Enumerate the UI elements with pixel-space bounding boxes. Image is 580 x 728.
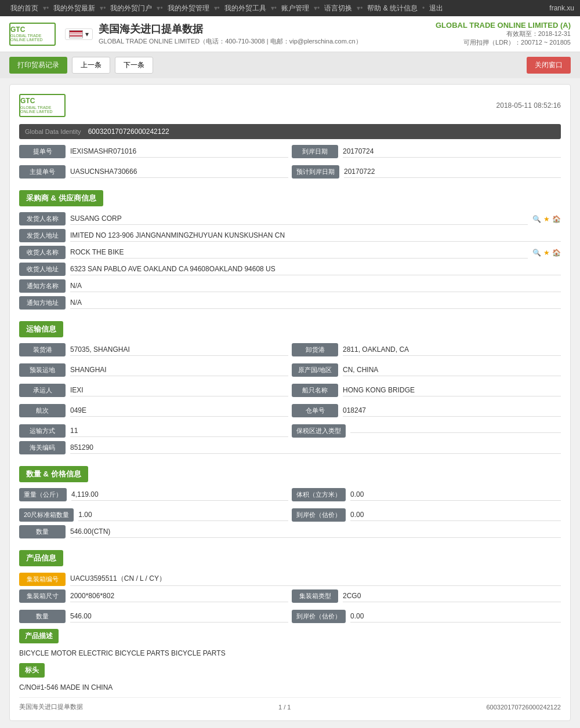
arrival-price2-value: 0.00: [350, 610, 561, 623]
weight-label: 重量（公斤）: [19, 488, 67, 501]
arrival-price2-row: 到岸价（估价） 0.00: [292, 610, 561, 623]
ldr-range: 可用扣押（LDR）：200712 ~ 201805: [436, 38, 571, 47]
quantity2-label: 数量: [19, 610, 66, 623]
shipper-name-label: 发货人名称: [19, 212, 66, 225]
est-arrival-value: 20170722: [344, 166, 561, 178]
quantity-label: 数量: [19, 525, 66, 538]
search-icon[interactable]: 🔍: [532, 215, 541, 223]
transport-fields: 装货港 57035, SHANGHAI 卸货港 2811, OAKLAND, C…: [19, 343, 561, 441]
footer-source: 美国海关进口提单数据: [19, 702, 83, 711]
print-button-top[interactable]: 打印贸易记录: [9, 57, 67, 74]
nav-help[interactable]: 帮助 & 统计信息: [362, 3, 422, 13]
volume-label: 体积（立方米）: [292, 488, 346, 501]
container-no2-row: 集装箱编号 UACU3595511（CN / L / CY）: [19, 572, 561, 586]
next-button-top[interactable]: 下一条: [115, 57, 153, 74]
transport-mode-label: 运输方式: [19, 424, 66, 438]
notify-addr-value: N/A: [70, 297, 561, 309]
nav-manage[interactable]: 我的外贸管理: [163, 3, 214, 13]
close-button-top[interactable]: 关闭窗口: [527, 57, 571, 74]
consignee-home-icon[interactable]: 🏠: [552, 249, 561, 257]
page-title: 美国海关进口提单数据: [99, 22, 436, 36]
arrival-date-label: 到岸日期: [292, 145, 338, 158]
carrier-label: 承运人: [19, 384, 66, 397]
consignee-addr-row: 收货人地址 6323 SAN PABLO AVE OAKLAND CA 9460…: [19, 263, 561, 276]
section-quantity-header: 数量 & 价格信息: [19, 466, 88, 482]
arrival-date-row: 到岸日期 20170724: [292, 145, 561, 158]
consignee-star-icon[interactable]: ★: [543, 249, 550, 257]
flag-selector[interactable]: ▾: [65, 28, 93, 40]
quantity-row: 数量 546.00(CTN): [19, 525, 561, 538]
notify-addr-label: 通知方地址: [19, 296, 66, 310]
star-icon[interactable]: ★: [543, 215, 550, 223]
arrival-price2-label: 到岸价（估价）: [292, 610, 346, 623]
master-bill-row: 主提单号 UASUCNSHA730666: [19, 165, 288, 179]
product-fields: 集装箱尺寸 2000*806*802 集装箱类型 2CG0 数量 546.00 …: [19, 589, 561, 627]
origin-country-row: 原产国/地区 CN, CHINA: [292, 363, 561, 377]
consignee-addr-label: 收货人地址: [19, 263, 66, 276]
hs-code-label: 海关编码: [19, 441, 66, 454]
arrival-price-value: 0.00: [350, 509, 561, 521]
logo-area: GTC GLOBAL TRADE ONLINE LIMITED: [9, 23, 56, 46]
username: frank.xu: [549, 4, 574, 12]
card-footer: 美国海关进口提单数据 1 / 1 600320170726000242122: [19, 697, 561, 711]
footer-id: 600320170726000242122: [487, 704, 561, 711]
arrival-price-label: 到岸价（估价）: [292, 508, 346, 522]
notify-name-row: 通知方名称 N/A: [19, 279, 561, 293]
shipper-name-value: SUSANG CORP: [70, 213, 528, 225]
identity-label: Global Data Identity: [25, 128, 81, 135]
shipper-addr-row: 发货人地址 IMITED NO 123-906 JIANGNANMINGZHUY…: [19, 229, 561, 242]
section-transport-header: 运输信息: [19, 321, 63, 337]
consignee-search-icon[interactable]: 🔍: [532, 249, 541, 257]
container-type-value: 2CG0: [343, 590, 561, 602]
consignee-name-label: 收货人名称: [19, 246, 66, 259]
container20-label: 20尺标准箱数量: [19, 508, 74, 522]
est-arrival-row: 预计到岸日期 20170722: [292, 165, 561, 179]
section-product-header: 产品信息: [19, 550, 63, 566]
container-no-label: 仓单号: [292, 404, 338, 417]
volume-row: 体积（立方米） 0.00: [292, 488, 561, 501]
nav-account[interactable]: 账户管理: [277, 3, 314, 13]
nav-lang[interactable]: 语言切换: [320, 3, 357, 13]
top-navigation: 我的首页 ▾ • 我的外贸最新 ▾ • 我的外贸门户 ▾ • 我的外贸管理 ▾ …: [0, 0, 580, 16]
loading-port-label: 装货港: [19, 343, 66, 356]
pre-carrier-row: 预装运地 SHANGHAI: [19, 363, 288, 377]
nav-tools[interactable]: 我的外贸工具: [220, 3, 271, 13]
arrival-price-row: 到岸价（估价） 0.00: [292, 508, 561, 522]
container-no2-label: 集装箱编号: [19, 573, 66, 586]
discharge-port-value: 2811, OAKLAND, CA: [343, 344, 561, 356]
nav-news[interactable]: 我的外贸最新: [49, 3, 100, 13]
page-header: GTC GLOBAL TRADE ONLINE LIMITED ▾ 美国海关进口…: [0, 16, 580, 52]
container-type-row: 集装箱类型 2CG0: [292, 589, 561, 603]
vessel-label: 船只名称: [292, 384, 338, 397]
card-header: GTC GLOBAL TRADE ONLINE LIMITED 2018-05-…: [19, 94, 561, 117]
container-size-value: 2000*806*802: [70, 590, 288, 602]
card-logo-text: GTC: [20, 97, 64, 105]
header-right: GLOBAL TRADE ONLINE LIMITED (A) 有效期至：201…: [436, 21, 571, 47]
nav-logout[interactable]: 退出: [425, 3, 448, 13]
marks-row: 标头: [19, 661, 561, 680]
shipper-name-row: 发货人名称 SUSANG CORP 🔍 ★ 🏠: [19, 212, 561, 225]
loading-port-value: 57035, SHANGHAI: [70, 344, 288, 356]
vessel-row: 船只名称 HONG KONG BRIDGE: [292, 384, 561, 397]
flag-icon: [69, 30, 83, 38]
origin-country-value: CN, CHINA: [343, 364, 561, 376]
home-icon[interactable]: 🏠: [552, 215, 561, 223]
container-no-row: 仓单号 018247: [292, 404, 561, 417]
nav-home[interactable]: 我的首页: [6, 3, 43, 13]
marks-value: C/NO#1-546 MADE IN CHINA: [19, 683, 561, 691]
shipper-name-icons: 🔍 ★ 🏠: [532, 215, 561, 223]
hs-code-row: 海关编码 851290: [19, 441, 561, 454]
discharge-port-label: 卸货港: [292, 343, 338, 356]
nav-portal[interactable]: 我的外贸门户: [106, 3, 157, 13]
consignee-name-icons: 🔍 ★ 🏠: [532, 249, 561, 257]
voyage-row: 航次 049E: [19, 404, 288, 417]
vessel-value: HONG KONG BRIDGE: [343, 384, 561, 396]
prev-button-top[interactable]: 上一条: [72, 57, 110, 74]
weight-row: 重量（公斤） 4,119.00: [19, 488, 288, 501]
consignee-name-row: 收货人名称 ROCK THE BIKE 🔍 ★ 🏠: [19, 246, 561, 259]
voyage-value: 049E: [70, 405, 288, 417]
bill-fields: 提单号 IEXISMASHR071016 到岸日期 20170724 主提单号 …: [19, 145, 561, 182]
container-no-value: 018247: [343, 405, 561, 417]
transport-mode-value: 11: [70, 425, 288, 437]
company-name: GLOBAL TRADE ONLINE LIMITED (A): [436, 21, 571, 30]
